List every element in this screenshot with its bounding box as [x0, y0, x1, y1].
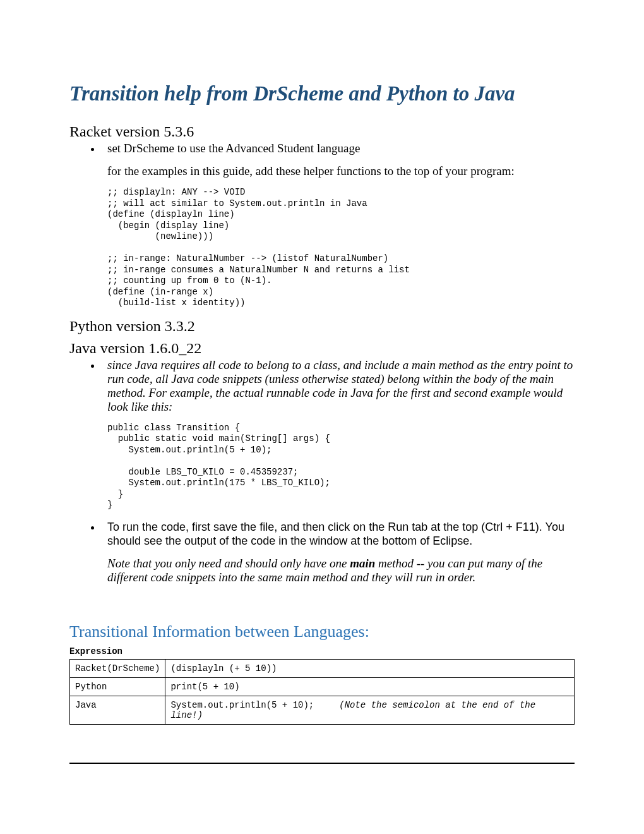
list-item: since Java requires all code to belong t…	[101, 358, 575, 414]
java-list-2: To run the code, first save the file, an…	[69, 520, 575, 584]
expression-caption: Expression	[69, 646, 575, 656]
table-row: Python print(5 + 10)	[70, 677, 575, 696]
java-note-main: main	[350, 557, 375, 570]
list-item: To run the code, first save the file, an…	[101, 520, 575, 584]
cell-lang: Racket(DrScheme)	[70, 659, 165, 677]
racket-bullet-text: set DrScheme to use the Advanced Student…	[107, 142, 360, 155]
java-heading: Java version 1.6.0_22	[69, 340, 575, 357]
cell-code: print(5 + 10)	[165, 677, 575, 696]
table-row: Racket(DrScheme) (displayln (+ 5 10))	[70, 659, 575, 677]
cell-code: System.out.println(5 + 10);(Note the sem…	[165, 696, 575, 724]
expression-table: Racket(DrScheme) (displayln (+ 5 10)) Py…	[69, 659, 575, 725]
java-list: since Java requires all code to belong t…	[69, 358, 575, 414]
java-note-pre: Note that you only need and should only …	[107, 557, 350, 570]
racket-list: set DrScheme to use the Advanced Student…	[69, 142, 575, 178]
cell-code: (displayln (+ 5 10))	[165, 659, 575, 677]
java-note: Note that you only need and should only …	[107, 557, 575, 584]
python-heading: Python version 3.3.2	[69, 318, 575, 335]
java-bullet1-text: since Java requires all code to belong t…	[107, 358, 573, 413]
table-row: Java System.out.println(5 + 10);(Note th…	[70, 696, 575, 724]
footer-rule	[69, 763, 575, 764]
java-bullet2-text: To run the code, first save the file, an…	[107, 521, 564, 547]
racket-heading: Racket version 5.3.6	[69, 123, 575, 140]
cell-lang: Python	[70, 677, 165, 696]
java-code-block: public class Transition { public static …	[107, 423, 575, 511]
page-title: Transition help from DrScheme and Python…	[69, 82, 575, 106]
racket-leadin: for the examples in this guide, add thes…	[107, 164, 575, 178]
transitional-heading: Transitional Information between Languag…	[69, 622, 575, 641]
list-item: set DrScheme to use the Advanced Student…	[101, 142, 575, 178]
racket-code-block: ;; displayln: ANY --> VOID ;; will act s…	[107, 187, 575, 309]
cell-lang: Java	[70, 696, 165, 724]
